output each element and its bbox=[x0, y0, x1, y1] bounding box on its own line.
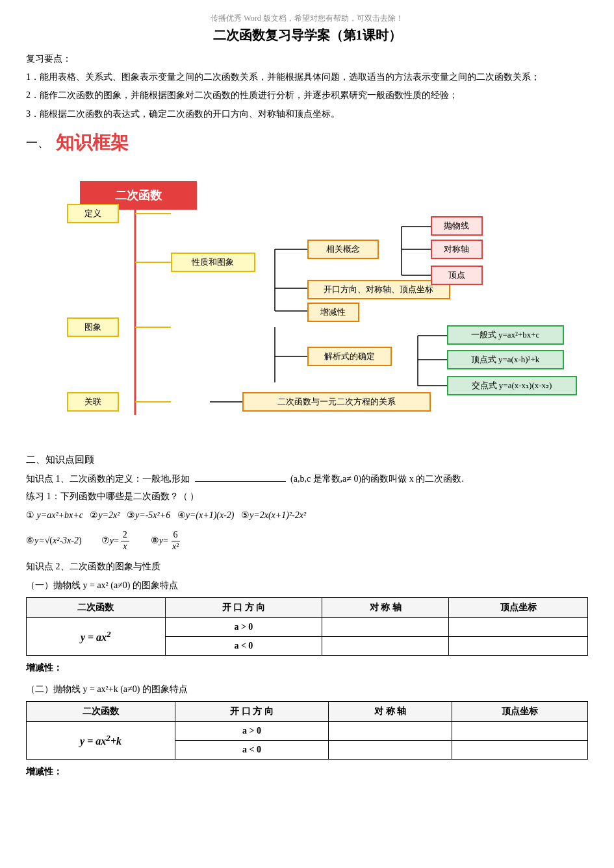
table1-cell-a-neg: a < 0 bbox=[165, 637, 322, 656]
table2-cell-empty2 bbox=[452, 721, 588, 740]
section2: 二、知识点回顾 知识点 1、二次函数的定义：一般地,形如 (a,b,c 是常数,… bbox=[26, 454, 588, 778]
section1-num: 一、 bbox=[26, 135, 49, 151]
practice1-label: 练习 1：下列函数中哪些是二次函数？（ ） bbox=[26, 491, 588, 502]
review-label: 复习要点： bbox=[26, 53, 588, 65]
mm-dingyi: 定义 bbox=[67, 204, 119, 223]
banner-text: 传播优秀 Word 版文档，希望对您有帮助，可双击去除！ bbox=[211, 14, 403, 23]
mm-zengjian: 增减性 bbox=[307, 303, 359, 322]
table1-cell-func: y = ax2 bbox=[27, 618, 166, 656]
table1: 二次函数 开 口 方 向 对 称 轴 顶点坐标 y = ax2 a > 0 a … bbox=[26, 597, 588, 656]
mm-kaiko: 开口方向、对称轴、顶点坐标 bbox=[307, 280, 450, 299]
table1-cell-a-pos: a > 0 bbox=[165, 618, 322, 637]
sub2-zengjian: 增减性： bbox=[26, 766, 588, 778]
table2-cell-empty4 bbox=[452, 740, 588, 759]
mm-dingdianshi: 顶点式 y=a(x-h)²+k bbox=[447, 350, 564, 369]
table1-col3: 对 称 轴 bbox=[322, 598, 449, 618]
table2: 二次函数 开 口 方 向 对 称 轴 顶点坐标 y = ax2+k a > 0 … bbox=[26, 701, 588, 760]
review-section: 复习要点： 1．能用表格、关系式、图象表示变量之间的二次函数关系，并能根据具体问… bbox=[26, 53, 588, 121]
mm-xingzhi: 性质和图象 bbox=[171, 253, 255, 272]
table-row: y = ax2+k a > 0 bbox=[27, 721, 588, 740]
practice1-items-row2: ⑥y=√(x²-3x-2) ⑦ y = 2 x ⑧ y = 6 x² bbox=[26, 530, 588, 552]
section1-title: 知识框架 bbox=[56, 130, 129, 155]
mm-xianggai: 相关概念 bbox=[307, 240, 379, 259]
practice1-items-row1: ① y=ax²+bx+c ②y=2x² ③y=-5x²+6 ④y=(x+1)(x… bbox=[26, 506, 588, 525]
table2-col2: 开 口 方 向 bbox=[175, 701, 329, 721]
top-banner: 传播优秀 Word 版文档，希望对您有帮助，可双击去除！ bbox=[26, 13, 588, 24]
table1-cell-empty2 bbox=[449, 618, 588, 637]
kp1: 知识点 1、二次函数的定义：一般地,形如 (a,b,c 是常数,a≠ 0)的函数… bbox=[26, 471, 588, 487]
section1-header: 一、 知识框架 bbox=[26, 130, 588, 155]
table2-col4: 顶点坐标 bbox=[452, 701, 588, 721]
mm-tuxiang: 图象 bbox=[67, 317, 119, 337]
table2-cell-a-pos: a > 0 bbox=[175, 721, 329, 740]
table-row: y = ax2 a > 0 bbox=[27, 618, 588, 637]
table2-cell-a-neg: a < 0 bbox=[175, 740, 329, 759]
mm-jiexi: 解析式的确定 bbox=[307, 347, 392, 366]
table1-cell-empty3 bbox=[322, 637, 449, 656]
table2-cell-func: y = ax2+k bbox=[27, 721, 175, 759]
mm-jiaodianshi: 交点式 y=a(x-x₁)(x-x₂) bbox=[447, 376, 577, 395]
kp2-sub2-label: （二）抛物线 y = ax²+k (a≠0) 的图象特点 bbox=[26, 682, 588, 697]
kp2-sub1: （一）抛物线 y = ax² (a≠0) 的图象特点 二次函数 开 口 方 向 … bbox=[26, 578, 588, 674]
review-point-2: 2．能作二次函数的图象，并能根据图象对二次函数的性质进行分析，并逐步积累研究一般… bbox=[26, 88, 588, 103]
kp1-blank bbox=[195, 481, 286, 482]
mm-guanlian: 关联 bbox=[67, 392, 119, 412]
review-point-3: 3．能根据二次函数的表达式，确定二次函数的开口方向、对称轴和顶点坐标。 bbox=[26, 107, 588, 121]
fraction-2-x: 2 x bbox=[121, 530, 129, 552]
sub1-zengjian: 增减性： bbox=[26, 662, 588, 674]
kp2-sub2: （二）抛物线 y = ax²+k (a≠0) 的图象特点 二次函数 开 口 方 … bbox=[26, 682, 588, 778]
table1-col1: 二次函数 bbox=[27, 598, 166, 618]
main-title: 二次函数复习导学案（第1课时） bbox=[26, 27, 588, 44]
fraction-6-x2: 6 x² bbox=[170, 530, 181, 552]
review-point-1: 1．能用表格、关系式、图象表示变量之间的二次函数关系，并能根据具体问题，选取适当… bbox=[26, 70, 588, 84]
kp2-label: 知识点 2、二次函数的图象与性质 bbox=[26, 559, 588, 575]
mm-erci-yiyuan: 二次函数与一元二次方程的关系 bbox=[242, 392, 431, 412]
section2-title: 二、知识点回顾 bbox=[26, 454, 588, 466]
mm-paowuxian: 抛物线 bbox=[431, 216, 483, 236]
table1-col2: 开 口 方 向 bbox=[165, 598, 322, 618]
table1-cell-empty1 bbox=[322, 618, 449, 637]
kp2-sub1-label: （一）抛物线 y = ax² (a≠0) 的图象特点 bbox=[26, 578, 588, 593]
mm-dingdian: 顶点 bbox=[431, 266, 483, 285]
table2-cell-empty1 bbox=[328, 721, 452, 740]
mm-duichenzhou: 对称轴 bbox=[431, 240, 483, 259]
table2-col1: 二次函数 bbox=[27, 701, 175, 721]
mm-yiban: 一般式 y=ax²+bx+c bbox=[447, 325, 564, 345]
table2-col3: 对 称 轴 bbox=[328, 701, 452, 721]
table1-col4: 顶点坐标 bbox=[449, 598, 588, 618]
table1-cell-empty4 bbox=[449, 637, 588, 656]
table2-cell-empty3 bbox=[328, 740, 452, 759]
mindmap: 二次函数 定义 性质和图象 图象 关联 相关概念 开口方向、对称轴、顶点坐标 增… bbox=[28, 162, 587, 441]
